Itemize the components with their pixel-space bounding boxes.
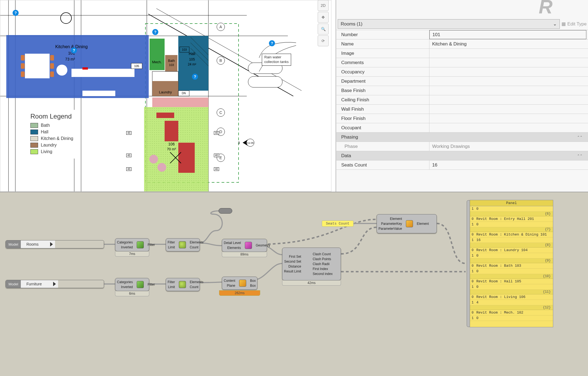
prop-floor-finish[interactable]: Floor Finish	[336, 114, 588, 123]
section-phasing[interactable]: Phasing⌃⌃	[336, 133, 588, 142]
edit-type-icon: ▦	[561, 21, 566, 27]
prop-base-finish[interactable]: Base Finish	[336, 86, 588, 95]
chevron-down-icon: ⌄	[553, 21, 557, 27]
svg-rect-26	[150, 39, 165, 70]
zoom-icon[interactable]: 🔍	[318, 24, 329, 35]
svg-rect-19	[50, 55, 54, 61]
node-clash-detection[interactable]: First Set Second Set Distance Result Lim…	[282, 248, 341, 280]
svg-text:105: 105	[134, 64, 139, 68]
svg-point-55	[149, 155, 158, 163]
legend-title: Room Legend	[30, 113, 73, 120]
collapse-icon: ⌃⌃	[577, 154, 588, 158]
prop-seats-count[interactable]: Seats Count16	[336, 160, 588, 170]
svg-rect-23	[71, 69, 134, 77]
cube-icon	[137, 241, 144, 248]
type-selector[interactable]: Rooms (1)⌄	[338, 19, 560, 29]
gridnum: 46	[214, 154, 219, 157]
prop-phase: PhaseWorking Drawings	[336, 142, 588, 151]
svg-rect-17	[21, 63, 25, 69]
filter-icon	[179, 241, 186, 248]
svg-point-56	[157, 163, 166, 172]
model-selector-rooms[interactable]: Model Rooms	[5, 240, 104, 248]
help-icon[interactable]: ?	[71, 47, 77, 53]
box-icon	[239, 280, 246, 287]
help-icon[interactable]: ?	[269, 40, 275, 46]
node-bounding-box[interactable]: ContentPlane BoxBox	[222, 277, 257, 290]
model-selector-furniture[interactable]: Model Furniture	[5, 280, 104, 288]
view-2d-button[interactable]: 2D	[318, 0, 329, 11]
svg-rect-25	[82, 91, 115, 96]
cube-icon	[137, 281, 144, 288]
svg-text:DN: DN	[182, 92, 186, 95]
node-filter-elements[interactable]: FilterLimit ElementsCount	[166, 278, 200, 291]
prop-name[interactable]: NameKitchen & Dining	[336, 39, 588, 49]
node-timer: 6ms	[115, 291, 149, 296]
chevron-right-icon	[53, 282, 56, 286]
nav-arrows-icon[interactable]: ✥	[318, 12, 329, 23]
gridnum: 46	[214, 131, 219, 135]
floorplan-viewport[interactable]: Kitchen & Dining 101 73 m² Mech. Bath 10…	[0, 0, 331, 192]
svg-text:Mech.: Mech.	[152, 60, 162, 64]
prop-image[interactable]: Image	[336, 49, 588, 58]
prop-number[interactable]: Number101	[336, 30, 588, 39]
node-timer: 7ms	[115, 251, 149, 257]
room-legend: Room Legend Bath Hall Kitchen & Dining L…	[28, 110, 76, 159]
gridnum: 46	[126, 154, 131, 157]
svg-text:106: 106	[168, 142, 175, 146]
svg-rect-54	[156, 113, 174, 118]
help-icon[interactable]: ?	[13, 10, 19, 16]
output-panel[interactable]: Panel 10{6}0Revit Room : Entry Hall 2011…	[470, 200, 553, 327]
node-element-geometry[interactable]: Detail LevelElements Geometry	[222, 239, 267, 252]
prop-department[interactable]: Department	[336, 77, 588, 86]
edit-type-button[interactable]: ▦ Edit Type	[561, 21, 587, 27]
grasshopper-canvas[interactable]: Model Rooms Model Furniture CategoriesIn…	[0, 192, 588, 376]
chevron-right-icon	[50, 242, 53, 246]
node-timer: 89ms	[222, 252, 267, 257]
panel-title: Panel	[470, 200, 553, 206]
collapse-icon: ⌃⌃	[577, 135, 588, 139]
node-timer-warn: 262ms	[219, 290, 260, 296]
prop-wall-finish[interactable]: Wall Finish	[336, 105, 588, 114]
prop-occupant[interactable]: Occupant	[336, 123, 588, 133]
svg-rect-53	[178, 143, 195, 173]
svg-rect-24	[82, 67, 88, 70]
wire-relay[interactable]	[219, 208, 232, 214]
svg-rect-52	[165, 121, 178, 141]
prop-comments[interactable]: Comments	[336, 58, 588, 67]
param-icon	[406, 220, 413, 227]
grid-bubble: B	[217, 56, 225, 65]
revit-logo-icon: R	[539, 0, 572, 18]
note-rainwater: Rain watercollection tanks	[262, 54, 291, 66]
section-data[interactable]: Data⌃⌃	[336, 151, 588, 160]
svg-rect-20	[50, 63, 54, 69]
nav-rotate-icon[interactable]: ⟳	[318, 35, 329, 46]
svg-point-22	[56, 65, 67, 76]
panel-grip[interactable]	[467, 200, 470, 327]
node-category-filter[interactable]: CategoriesInverted Filter	[115, 238, 149, 251]
properties-panel: R Rooms (1)⌄ ▦ Edit Type Number101 NameK…	[335, 0, 588, 192]
svg-text:105: 105	[189, 57, 195, 61]
node-set-parameter[interactable]: Element ParameterKey ParameterValue Elem…	[377, 214, 437, 233]
svg-text:73 m²: 73 m²	[65, 57, 75, 61]
svg-text:Laundry: Laundry	[159, 90, 172, 94]
panel-seats-count[interactable]: Seats Count	[322, 220, 354, 227]
svg-text:Bath: Bath	[168, 59, 175, 63]
svg-rect-15	[25, 54, 50, 78]
svg-rect-18	[21, 71, 25, 77]
svg-rect-21	[50, 71, 54, 77]
node-category-filter[interactable]: CategoriesInverted Filter	[115, 278, 149, 291]
gridnum: 46	[214, 167, 219, 171]
prop-ceiling-finish[interactable]: Ceiling Finish	[336, 95, 588, 105]
prop-occupancy[interactable]: Occupancy	[336, 67, 588, 77]
svg-text:A1-05: A1-05	[247, 142, 254, 144]
svg-text:103: 103	[182, 48, 187, 51]
help-icon[interactable]: ?	[192, 74, 198, 80]
help-icon[interactable]: ?	[152, 29, 158, 35]
node-timer: 42ms	[282, 280, 341, 286]
svg-text:70 m²: 70 m²	[167, 147, 176, 151]
svg-rect-43	[152, 97, 208, 107]
gridnum: 46	[126, 131, 131, 135]
svg-point-64	[61, 13, 71, 24]
node-filter-elements[interactable]: FilterLimit ElementsCount	[166, 238, 200, 251]
svg-text:103: 103	[169, 63, 174, 67]
